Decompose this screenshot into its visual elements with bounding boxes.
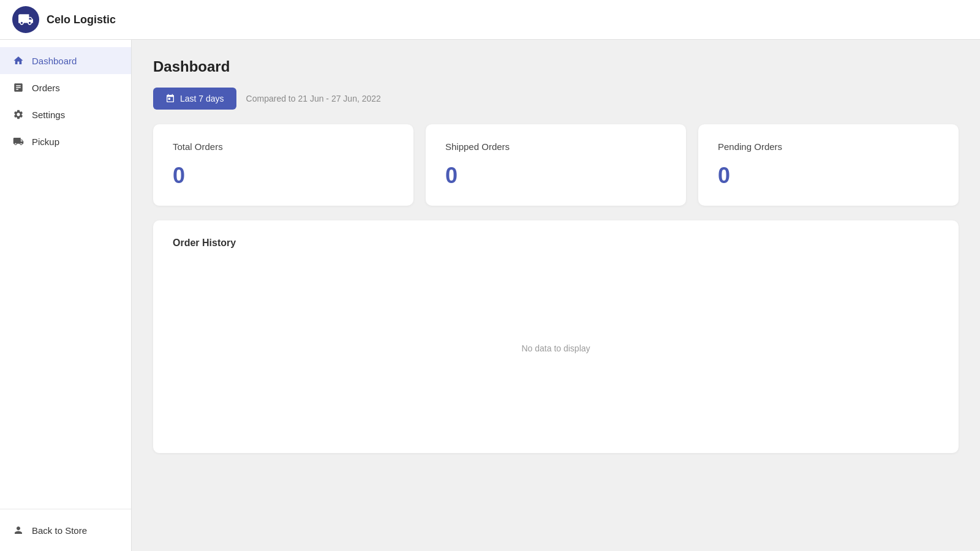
app-logo [12,6,39,33]
total-orders-label: Total Orders [173,141,394,152]
home-icon [12,54,24,67]
sidebar-settings-label: Settings [32,110,65,120]
shipped-orders-label: Shipped Orders [445,141,666,152]
pending-orders-label: Pending Orders [718,141,939,152]
stats-row: Total Orders 0 Shipped Orders 0 Pending … [153,124,959,206]
order-history-title: Order History [173,238,939,249]
sidebar-item-dashboard[interactable]: Dashboard [0,47,131,74]
sidebar-pickup-label: Pickup [32,137,59,147]
main-content: Dashboard Last 7 days Compared to 21 Jun… [132,40,980,551]
store-icon [12,524,24,536]
top-header: Celo Logistic [0,0,980,40]
sidebar-orders-label: Orders [32,83,60,93]
order-history-card: Order History No data to display [153,220,959,453]
sidebar-item-orders[interactable]: Orders [0,74,131,101]
app-title: Celo Logistic [47,13,116,26]
date-range-label: Last 7 days [180,94,224,103]
settings-icon [12,108,24,121]
compare-text: Compared to 21 Jun - 27 Jun, 2022 [246,94,381,103]
pickup-icon [12,135,24,148]
sidebar-item-settings[interactable]: Settings [0,101,131,128]
total-orders-value: 0 [173,163,394,189]
back-to-store-label: Back to Store [32,525,87,536]
orders-icon [12,81,24,94]
pending-orders-card: Pending Orders 0 [698,124,959,206]
shipped-orders-value: 0 [445,163,666,189]
calendar-icon [165,94,175,103]
sidebar-item-pickup[interactable]: Pickup [0,128,131,155]
shipped-orders-card: Shipped Orders 0 [426,124,686,206]
sidebar-bottom: Back to Store [0,509,131,551]
no-data-message: No data to display [173,261,939,436]
sidebar: Dashboard Orders Settings [0,40,132,551]
pending-orders-value: 0 [718,163,939,189]
sidebar-item-back-to-store[interactable]: Back to Store [0,517,131,544]
date-range-button[interactable]: Last 7 days [153,88,236,110]
main-layout: Dashboard Orders Settings [0,40,980,551]
filter-bar: Last 7 days Compared to 21 Jun - 27 Jun,… [153,88,959,110]
sidebar-dashboard-label: Dashboard [32,56,77,66]
total-orders-card: Total Orders 0 [153,124,413,206]
page-title: Dashboard [153,58,959,75]
